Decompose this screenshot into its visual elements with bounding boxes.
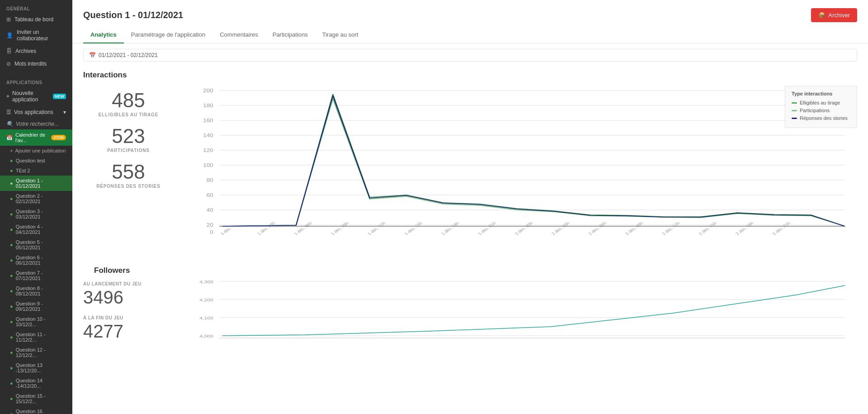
tab-parametrage[interactable]: Paramétrage de l'application <box>124 27 212 43</box>
svg-text:4,100: 4,100 <box>199 316 213 320</box>
sidebar-question-1[interactable]: ● TEst 2 <box>0 166 72 176</box>
general-label: GÉNÉRAL <box>0 0 72 13</box>
stat-eligible: 485 ELLIGIBLES AU TIRAGE <box>83 90 174 117</box>
interactions-body: 485 ELLIGIBLES AU TIRAGE 523 PARTICIPATI… <box>72 81 868 258</box>
legend-reponses: Réponses des stories <box>792 115 850 121</box>
sidebar-item-label: Mots interdits <box>14 61 47 67</box>
new-app-button[interactable]: + Nouvelle application NEW <box>0 87 72 106</box>
tab-tirage[interactable]: Tirage au sort <box>315 27 366 43</box>
calendar-badge: 27/30 <box>51 135 66 140</box>
stat-reponses-label: RÉPONSES DES STORIES <box>83 184 174 189</box>
q-icon: ● <box>10 257 13 263</box>
sidebar-question-9[interactable]: ● Question 8 - 08/12/2021 <box>0 283 72 299</box>
sidebar-item-label: Inviter un collaborateur <box>17 29 66 42</box>
svg-text:1 déc. 03h: 1 déc. 03h <box>256 221 276 236</box>
sidebar-question-14[interactable]: ● Question 13 -13/12/20... <box>0 360 72 376</box>
tab-commentaires[interactable]: Commentaires <box>212 27 265 43</box>
svg-text:180: 180 <box>203 103 213 109</box>
sidebar-item-inviter[interactable]: 👤 Inviter un collaborateur <box>0 26 72 45</box>
sidebar-question-6[interactable]: ● Question 5 - 05/12/2021 <box>0 237 72 252</box>
stat-participations: 523 PARTICIPATIONS <box>83 126 174 153</box>
new-badge: NEW <box>53 94 66 99</box>
archiver-button[interactable]: 📦 Archiver <box>811 8 857 22</box>
svg-text:4,200: 4,200 <box>199 298 213 302</box>
interactions-chart-col: Type interactions Elligibles au tirage P… <box>183 81 857 258</box>
legend-title: Type interactions <box>792 91 850 96</box>
sidebar: GÉNÉRAL ⊞ Tableau de bord 👤 Inviter un c… <box>0 0 72 414</box>
svg-text:140: 140 <box>203 133 213 138</box>
stat-participations-value: 523 <box>83 126 174 146</box>
sidebar-question-10[interactable]: ● Question 9 - 09/12/2021 <box>0 299 72 314</box>
svg-text:2 déc. 21h: 2 déc. 21h <box>771 221 792 236</box>
sidebar-question-7[interactable]: ● Question 6 - 06/12/2021 <box>0 252 72 268</box>
svg-text:4,000: 4,000 <box>199 334 213 338</box>
plus-small-icon: + <box>10 148 13 153</box>
archiver-label: Archiver <box>828 12 850 19</box>
tab-participations[interactable]: Participations <box>265 27 315 43</box>
sidebar-question-0[interactable]: ● Question test <box>0 156 72 166</box>
sidebar-question-3[interactable]: ● Question 2 - 02/12/2021 <box>0 191 72 206</box>
q-icon: ● <box>10 242 13 247</box>
q-icon: ● <box>10 158 13 163</box>
main-header: Question 1 - 01/12/2021 📦 Archiver <box>72 0 868 22</box>
vos-apps-header[interactable]: ☰ Vos applications ▾ <box>0 106 72 119</box>
plus-icon: + <box>6 93 9 100</box>
sidebar-question-2[interactable]: ● Question 1 - 01/12/2021 <box>0 176 72 191</box>
add-publication-button[interactable]: + Ajouter une publication <box>0 146 72 156</box>
svg-text:1 déc. 06h: 1 déc. 06h <box>293 221 313 236</box>
sidebar-question-8[interactable]: ● Question 7 - 07/12/2021 <box>0 268 72 283</box>
q-icon: ● <box>10 181 13 186</box>
svg-text:2 déc. 18h: 2 déc. 18h <box>734 221 755 236</box>
date-filter-value: 01/12/2021 - 02/12/2021 <box>99 52 158 58</box>
stat-eligible-value: 485 <box>83 90 174 110</box>
followers-title: Followers <box>83 262 857 277</box>
q-icon: ● <box>10 288 13 294</box>
applications-label: APPLICATIONS <box>0 76 72 87</box>
svg-text:4,300: 4,300 <box>199 280 213 284</box>
stat-eligible-label: ELLIGIBLES AU TIRAGE <box>83 112 174 117</box>
sidebar-item-label: Tableau de bord <box>14 16 53 23</box>
sidebar-item-tableau[interactable]: ⊞ Tableau de bord <box>0 13 72 26</box>
sidebar-item-mots[interactable]: ⊘ Mots interdits <box>0 57 72 70</box>
sidebar-question-5[interactable]: ● Question 4 - 04/12/2021 <box>0 222 72 237</box>
sidebar-question-12[interactable]: ● Question 11 - 11/12/2... <box>0 329 72 345</box>
q-icon: ● <box>10 381 13 386</box>
svg-text:2 déc. 00h: 2 déc. 00h <box>514 221 534 236</box>
sidebar-question-17[interactable]: ● Question 16 -16/12/20... <box>0 406 72 414</box>
sidebar-item-archives[interactable]: 🗄 Archives <box>0 45 72 57</box>
q-icon: ● <box>10 304 13 309</box>
legend-eligible-label: Elligibles au tirage <box>800 100 840 105</box>
followers-section: Followers AU LANCEMENT DU JEU 3496 À LA … <box>72 258 868 355</box>
sidebar-question-13[interactable]: ● Question 12 - 12/12/2... <box>0 345 72 360</box>
svg-text:100: 100 <box>203 163 213 168</box>
main-content: Question 1 - 01/12/2021 📦 Archiver Analy… <box>72 0 868 414</box>
svg-text:2 déc. 09h: 2 déc. 09h <box>624 221 644 236</box>
date-filter[interactable]: 📅 01/12/2021 - 02/12/2021 <box>83 49 857 62</box>
q-icon: ● <box>10 211 13 217</box>
calendar-label: Calendrier de l'av... <box>15 132 48 143</box>
page-title: Question 1 - 01/12/2021 <box>83 10 183 20</box>
svg-text:1 déc.: 1 déc. <box>219 226 233 236</box>
sidebar-question-4[interactable]: ● Question 3 - 03/12/2021 <box>0 206 72 222</box>
followers-chart-col: 4,300 4,200 4,100 4,000 <box>183 277 857 351</box>
q-icon: ● <box>10 365 13 371</box>
followers-chart-svg: 4,300 4,200 4,100 4,000 <box>183 277 857 349</box>
archive-btn-icon: 📦 <box>818 12 826 19</box>
chart-legend: Type interactions Elligibles au tirage P… <box>785 86 857 128</box>
stat-participations-label: PARTICIPATIONS <box>83 148 174 153</box>
q-icon: ● <box>10 350 13 355</box>
add-pub-label: Ajouter une publication <box>15 148 66 153</box>
legend-reponses-label: Réponses des stories <box>800 115 848 121</box>
calendar-item[interactable]: 📅 Calendrier de l'av... 27/30 <box>0 129 72 146</box>
interactions-stats: 485 ELLIGIBLES AU TIRAGE 523 PARTICIPATI… <box>83 81 174 258</box>
launch-label: AU LANCEMENT DU JEU <box>83 281 174 286</box>
sidebar-question-15[interactable]: ● Question 14 -14/12/20... <box>0 376 72 391</box>
search-box[interactable]: 🔍 Votre recherche... <box>0 119 72 129</box>
sidebar-question-16[interactable]: ● Question 15 - 15/12/2... <box>0 391 72 406</box>
sidebar-question-11[interactable]: ● Question 10 - 10/12/2... <box>0 314 72 329</box>
tab-analytics[interactable]: Analytics <box>83 27 124 43</box>
apps-icon: ☰ <box>6 109 11 115</box>
legend-participations: Participations <box>792 108 850 113</box>
sidebar-item-label: Archives <box>15 48 36 54</box>
svg-text:1 déc. 09h: 1 déc. 09h <box>330 221 350 236</box>
